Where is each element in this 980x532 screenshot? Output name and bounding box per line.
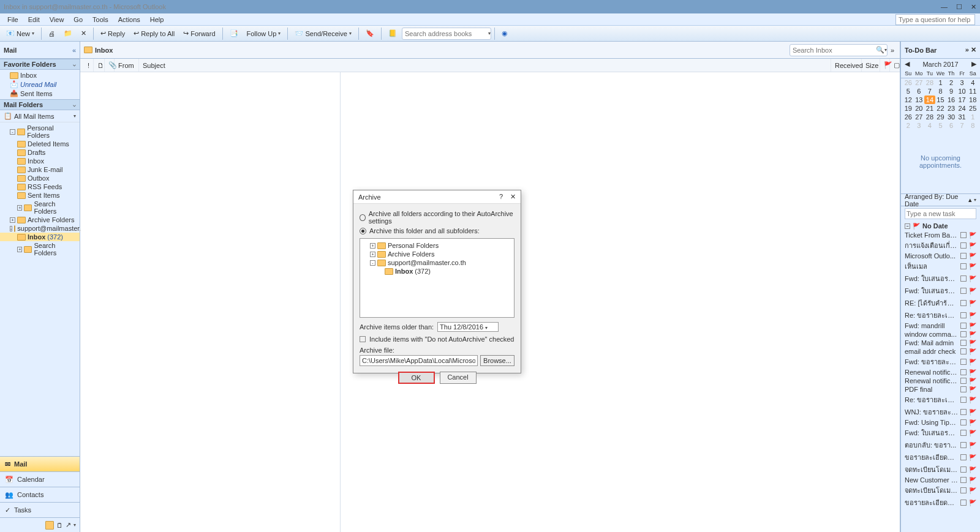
- flag-icon[interactable]: 🚩: [969, 232, 976, 239]
- cal-cell[interactable]: 15: [935, 96, 946, 104]
- nav-folder[interactable]: +Search Folders: [0, 241, 80, 257]
- cal-cell[interactable]: 6: [946, 121, 957, 130]
- nav-folder[interactable]: +Archive Folders: [0, 215, 80, 224]
- col-importance[interactable]: !: [84, 59, 94, 72]
- dialog-folder-tree[interactable]: + Personal Folders+ Archive Folders- sup…: [360, 238, 514, 318]
- task-checkbox[interactable]: [960, 331, 967, 337]
- menu-edit[interactable]: Edit: [23, 15, 45, 24]
- task-item[interactable]: ขอรายละเอียดสำห...🚩: [901, 451, 980, 463]
- task-checkbox[interactable]: [960, 397, 967, 403]
- flag-icon[interactable]: 🚩: [969, 253, 976, 260]
- menu-file[interactable]: File: [2, 15, 23, 24]
- flag-icon[interactable]: 🚩: [969, 419, 976, 426]
- reply-all-button[interactable]: ↩Reply to All: [130, 28, 178, 39]
- configure-icon[interactable]: ▾: [74, 522, 76, 528]
- folder-icon[interactable]: [45, 521, 54, 530]
- flag-icon[interactable]: 🚩: [969, 263, 976, 270]
- flag-icon[interactable]: 🚩: [969, 477, 976, 484]
- menu-help[interactable]: Help: [145, 15, 169, 24]
- task-item[interactable]: Renewal notifica...🚩: [901, 377, 980, 385]
- task-item[interactable]: Re: ขอรายละเอียด...🚩: [901, 309, 980, 321]
- task-item[interactable]: window comma...🚩: [901, 330, 980, 339]
- menu-go[interactable]: Go: [69, 15, 88, 24]
- task-checkbox[interactable]: [960, 466, 967, 473]
- shortcuts-icon[interactable]: ↗: [66, 521, 71, 529]
- cal-cell[interactable]: 20: [914, 104, 925, 113]
- flag-icon[interactable]: 🚩: [969, 359, 976, 365]
- flag-icon[interactable]: 🚩: [969, 454, 976, 461]
- cal-cell[interactable]: 16: [946, 96, 957, 104]
- dialog-tree-item[interactable]: Inbox (372): [363, 267, 511, 275]
- flag-icon[interactable]: 🚩: [969, 312, 976, 319]
- new-button[interactable]: 📧New ▾: [2, 28, 38, 39]
- nav-folder[interactable]: Outbox: [0, 174, 80, 182]
- col-category-icon[interactable]: ▢: [890, 59, 900, 72]
- col-from[interactable]: From: [115, 59, 139, 72]
- task-checkbox[interactable]: [960, 300, 967, 306]
- task-item[interactable]: Microsoft Outlo...🚩: [901, 252, 980, 260]
- task-item[interactable]: การแจ้งเตือนเกี่ยวก...🚩: [901, 239, 980, 252]
- cal-cell[interactable]: 28: [924, 113, 935, 121]
- nav-folder[interactable]: +Search Folders: [0, 200, 80, 215]
- cal-cell[interactable]: 21: [924, 104, 935, 113]
- task-checkbox[interactable]: [960, 312, 967, 318]
- flag-icon[interactable]: 🚩: [969, 300, 976, 307]
- cal-cell[interactable]: 3: [957, 78, 968, 87]
- task-item[interactable]: Fwd: ใบเสนอราคา🚩: [901, 427, 980, 439]
- task-checkbox[interactable]: [960, 323, 967, 329]
- reply-button[interactable]: ↩Reply: [97, 28, 129, 39]
- task-item[interactable]: Fwd: Using Tips ...🚩: [901, 418, 980, 427]
- cal-cell[interactable]: 24: [957, 104, 968, 113]
- flag-icon[interactable]: 🚩: [969, 397, 976, 403]
- delete-icon[interactable]: ✕: [77, 28, 90, 39]
- expand-icon[interactable]: +: [10, 217, 15, 223]
- tb-collapse-icon[interactable]: »: [965, 46, 969, 53]
- ok-button[interactable]: OK: [398, 372, 435, 384]
- task-checkbox[interactable]: [960, 454, 967, 460]
- cal-cell[interactable]: 4: [924, 121, 935, 130]
- task-item[interactable]: เห็นเมล🚩: [901, 260, 980, 272]
- task-item[interactable]: Fwd: Mail admin🚩: [901, 339, 980, 347]
- cal-cell[interactable]: 25: [967, 104, 978, 113]
- fav-sent[interactable]: 📤Sent Items: [0, 89, 80, 98]
- task-arrange-header[interactable]: Arranged By: Due Date▴▾: [901, 194, 980, 206]
- print-icon[interactable]: 🖨: [45, 28, 59, 39]
- task-checkbox[interactable]: [960, 386, 967, 392]
- checkbox-icon[interactable]: [360, 336, 366, 342]
- expand-icon[interactable]: -: [10, 226, 12, 231]
- flag-icon[interactable]: 🚩: [969, 340, 976, 347]
- task-item[interactable]: Re: ขอรายละเอียด...🚩: [901, 394, 980, 406]
- dialog-tree-item[interactable]: + Archive Folders: [363, 250, 511, 258]
- search-expand-icon[interactable]: »: [889, 47, 896, 54]
- flag-icon[interactable]: 🚩: [969, 487, 976, 494]
- col-received[interactable]: Received: [831, 59, 862, 72]
- search-icon[interactable]: 🔍: [876, 46, 884, 54]
- fav-unread[interactable]: 📩Unread Mail: [0, 80, 80, 89]
- task-checkbox[interactable]: [960, 232, 967, 238]
- nav-folder[interactable]: Sent Items: [0, 191, 80, 200]
- chevron-up-icon[interactable]: ⌵: [73, 102, 76, 108]
- cal-cell[interactable]: 26: [903, 78, 914, 87]
- task-item[interactable]: ตอบกลับ: ขอรา...🚩: [901, 439, 980, 451]
- task-item[interactable]: Ticket From Back...🚩: [901, 231, 980, 239]
- cal-cell[interactable]: 7: [957, 121, 968, 130]
- col-subject[interactable]: Subject: [139, 59, 831, 72]
- col-icon[interactable]: 🗋: [94, 59, 105, 72]
- dialog-close-icon[interactable]: ✕: [510, 193, 516, 201]
- calendar-grid[interactable]: 2627281234567891011121314151617181920212…: [901, 78, 980, 130]
- forward-button[interactable]: ↪Forward: [179, 28, 219, 39]
- cal-cell[interactable]: 28: [924, 78, 935, 87]
- col-flag-icon[interactable]: 🚩: [880, 59, 890, 72]
- cal-cell[interactable]: 2: [903, 121, 914, 130]
- cal-cell[interactable]: 1: [967, 113, 978, 121]
- tb-close-icon[interactable]: ✕: [971, 46, 976, 53]
- nav-folder[interactable]: Deleted Items: [0, 140, 80, 148]
- cal-cell[interactable]: 23: [946, 104, 957, 113]
- flag-icon[interactable]: 🚩: [969, 288, 976, 294]
- expand-icon[interactable]: +: [17, 247, 22, 252]
- cal-cell[interactable]: 18: [967, 96, 978, 104]
- task-checkbox[interactable]: [960, 369, 967, 375]
- menu-actions[interactable]: Actions: [113, 15, 145, 24]
- flag-icon[interactable]: 🚩: [969, 430, 976, 436]
- address-search-box[interactable]: ▾: [402, 28, 491, 40]
